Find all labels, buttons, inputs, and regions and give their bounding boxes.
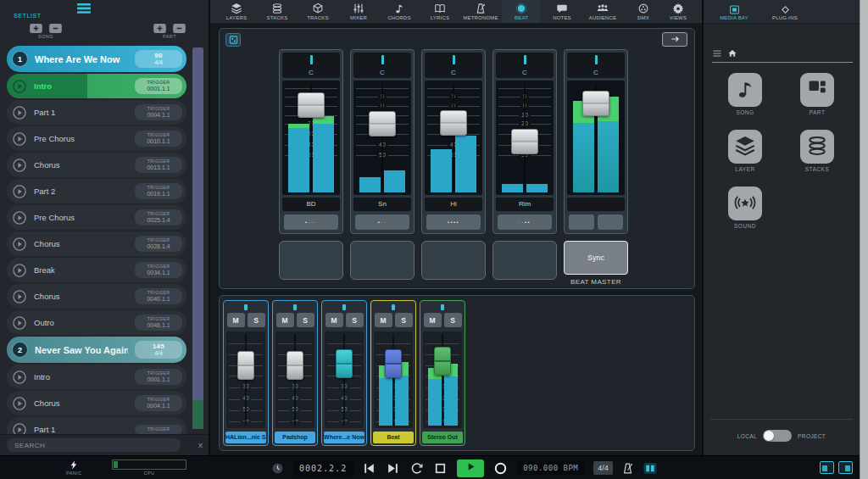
position-display[interactable]: 0002.2.2 xyxy=(292,461,353,476)
channel-name-label[interactable]: Padshop xyxy=(275,432,315,443)
channel-fader-zone[interactable]: 501020304050 xyxy=(425,81,482,195)
fader-handle[interactable] xyxy=(336,349,353,378)
play-circle-icon[interactable] xyxy=(12,422,27,435)
master-slot-button[interactable] xyxy=(569,214,594,230)
master-fader-zone[interactable] xyxy=(567,81,625,195)
channel-fader-zone[interactable]: 20304050-∞ xyxy=(423,331,462,428)
play-circle-icon[interactable] xyxy=(12,370,27,385)
fader-handle[interactable] xyxy=(440,110,467,136)
mute-button[interactable]: M xyxy=(276,313,294,327)
media-tile-song[interactable] xyxy=(728,73,762,107)
fader-handle[interactable] xyxy=(298,92,325,118)
setlist-part-item[interactable]: Outro TRIGGER 0046.1.1 xyxy=(7,310,186,335)
list-view-icon[interactable] xyxy=(712,47,722,57)
fader-handle[interactable] xyxy=(434,347,451,376)
solo-button[interactable]: S xyxy=(297,313,314,327)
local-project-toggle[interactable] xyxy=(763,430,792,442)
home-icon[interactable] xyxy=(727,47,737,57)
play-circle-icon[interactable] xyxy=(12,315,27,331)
tab-layers[interactable]: LAYERS xyxy=(217,0,256,23)
forward-button[interactable] xyxy=(662,32,687,47)
setlist-part-item[interactable]: Part 1 TRIGGER xyxy=(7,417,186,434)
pitch-display[interactable]: C xyxy=(425,53,482,78)
tab-metronome[interactable]: METRONOME xyxy=(461,0,500,23)
mute-button[interactable]: M xyxy=(424,313,442,327)
transport-skip-back-button[interactable] xyxy=(362,461,376,476)
add-song-button[interactable] xyxy=(30,23,42,32)
tab-dmx[interactable]: DMX xyxy=(624,0,663,23)
media-tile-stacks[interactable] xyxy=(800,130,834,164)
tab-stacks[interactable]: STACKS xyxy=(258,0,297,23)
setlist-song-item[interactable]: 2 Never Saw You Again 145 4/4 xyxy=(7,337,186,363)
master-fader-handle[interactable] xyxy=(582,91,609,116)
play-circle-icon[interactable] xyxy=(12,237,27,252)
tempo-display[interactable]: 090.000 BPM xyxy=(516,461,585,475)
channel-fader-zone[interactable]: 20304050-∞ xyxy=(226,331,265,428)
setlist-part-item[interactable]: Break TRIGGER 0034.1.1 xyxy=(7,258,186,282)
setlist-part-item[interactable]: Part 2 TRIGGER 0019.1.1 xyxy=(7,179,186,203)
setlist-part-item[interactable]: Chorus TRIGGER 0004.1.1 xyxy=(7,391,186,415)
channel-fader-zone[interactable]: 20304050-∞ xyxy=(325,331,364,428)
play-circle-icon[interactable] xyxy=(12,210,27,226)
sync-button[interactable]: Sync xyxy=(564,241,628,275)
channel-name-label[interactable]: Beat xyxy=(373,432,414,443)
master-slot-button[interactable] xyxy=(598,214,623,230)
channel-fader-zone[interactable]: 501020304050 xyxy=(282,81,340,195)
beat-grid-button[interactable] xyxy=(225,33,241,47)
fader-handle[interactable] xyxy=(237,351,254,380)
tab-chords[interactable]: CHORDS xyxy=(380,0,419,23)
channel-name-label[interactable]: Stereo Out xyxy=(422,432,463,443)
remove-part-button[interactable] xyxy=(173,23,186,32)
transport-record-button[interactable] xyxy=(493,461,508,476)
remove-song-button[interactable] xyxy=(49,23,62,32)
play-circle-icon[interactable] xyxy=(12,79,27,94)
mute-button[interactable]: M xyxy=(326,313,343,327)
transport-stop-button[interactable] xyxy=(433,461,448,476)
setlist-part-item[interactable]: Pre Chorus TRIGGER 0010.1.1 xyxy=(7,126,186,151)
play-circle-icon[interactable] xyxy=(12,289,27,304)
play-circle-icon[interactable] xyxy=(12,396,27,411)
media-tile-sound[interactable] xyxy=(728,187,762,220)
channel-fader-zone[interactable]: 20304050-∞ xyxy=(374,331,413,428)
pitch-display[interactable]: C xyxy=(353,53,411,78)
panel-toggle-right[interactable] xyxy=(838,461,853,474)
setlist-part-item[interactable]: Intro TRIGGER 0001.1.1 xyxy=(7,74,186,98)
tab-media-bay[interactable]: MEDIA BAY xyxy=(710,0,758,23)
pitch-display[interactable]: C xyxy=(282,53,340,78)
transport-loop-button[interactable] xyxy=(409,461,424,476)
channel-fader-zone[interactable]: 501020304050 xyxy=(353,81,411,195)
beat-pad[interactable] xyxy=(279,241,343,280)
tab-tracks[interactable]: TRACKS xyxy=(298,0,337,23)
display-toggle-icon[interactable] xyxy=(643,462,658,475)
fader-handle[interactable] xyxy=(385,349,402,378)
play-circle-icon[interactable] xyxy=(12,158,27,173)
fader-handle[interactable] xyxy=(369,111,396,136)
play-circle-icon[interactable] xyxy=(12,263,27,278)
play-circle-icon[interactable] xyxy=(12,131,27,147)
solo-button[interactable]: S xyxy=(395,313,413,327)
beat-pad[interactable] xyxy=(350,241,415,280)
transport-play-button[interactable] xyxy=(457,460,484,477)
metronome-icon[interactable] xyxy=(621,462,634,475)
solo-button[interactable]: S xyxy=(248,313,265,327)
channel-name-label[interactable]: Where...e Now xyxy=(324,432,364,443)
add-part-button[interactable] xyxy=(153,23,166,32)
setlist-part-item[interactable]: Chorus TRIGGER 0040.1.1 xyxy=(7,284,186,309)
solo-button[interactable]: S xyxy=(444,313,462,327)
setlist-part-item[interactable]: Chorus TRIGGER 0028.1.4 xyxy=(7,231,186,256)
signature-display[interactable]: 4/4 xyxy=(593,461,613,475)
tab-beat[interactable]: BEAT xyxy=(502,0,541,23)
setlist-part-item[interactable]: Intro TRIGGER 0001.1.1 xyxy=(7,365,186,389)
tab-notes[interactable]: NOTES xyxy=(542,0,581,23)
transport-skip-forward-button[interactable] xyxy=(386,461,400,476)
pitch-display[interactable]: C xyxy=(496,53,554,78)
media-tile-layer[interactable] xyxy=(728,130,762,164)
setlist-part-item[interactable]: Chorus TRIGGER 0013.1.1 xyxy=(7,153,186,177)
pattern-button[interactable]: •••• xyxy=(426,214,481,230)
mute-button[interactable]: M xyxy=(227,313,245,327)
play-circle-icon[interactable] xyxy=(12,184,27,199)
pattern-button[interactable]: •··· xyxy=(284,214,338,230)
pattern-button[interactable]: •·· xyxy=(355,214,409,230)
panel-toggle-left[interactable] xyxy=(820,461,834,474)
setlist-part-item[interactable]: Pre Chorus TRIGGER 0025.1.4 xyxy=(7,205,186,230)
